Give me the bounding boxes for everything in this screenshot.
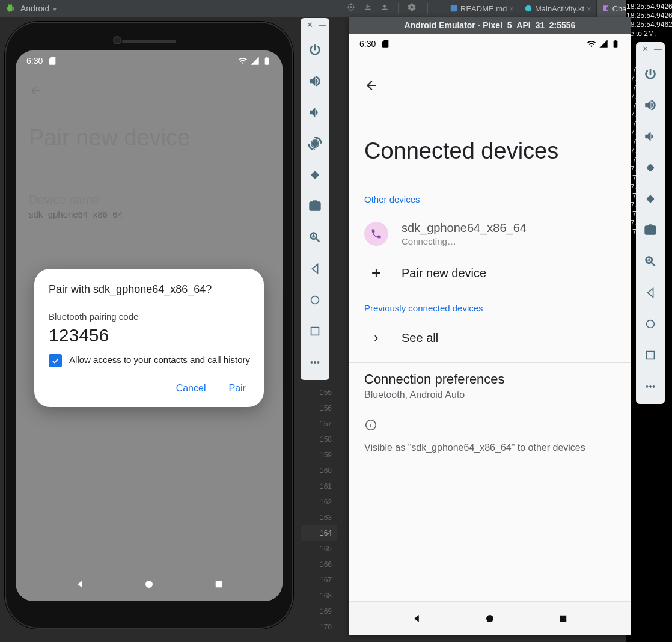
svg-point-18 — [650, 386, 652, 388]
svg-point-1 — [350, 7, 352, 8]
volume-up-button[interactable] — [304, 69, 326, 93]
target-dropdown-label: Android — [20, 4, 49, 13]
allow-contacts-label: Allow access to your contacts and call h… — [69, 354, 250, 366]
svg-point-12 — [317, 362, 319, 364]
device-name: sdk_gphone64_x86_64 — [402, 221, 615, 235]
volume-down-button[interactable] — [304, 100, 326, 124]
svg-point-15 — [647, 320, 655, 328]
close-icon[interactable]: × — [587, 4, 591, 13]
rotate-left-button[interactable] — [304, 132, 326, 156]
camera-button[interactable] — [640, 218, 661, 242]
svg-point-8 — [311, 296, 319, 304]
emulator-titlebar[interactable]: Android Emulator - Pixel_5_API_31_2:5556 — [349, 17, 631, 34]
volume-down-button[interactable] — [640, 124, 661, 148]
see-all-row[interactable]: › See all — [364, 322, 615, 354]
device-row[interactable]: sdk_gphone64_x86_64 Connecting… — [364, 213, 615, 255]
emulator-minimize-button[interactable]: — — [655, 46, 661, 52]
emulator-close-button[interactable]: ✕ — [307, 22, 313, 28]
info-icon — [364, 418, 377, 432]
editor-tab-label: MainActivity.kt — [535, 4, 584, 13]
nav-recents-button[interactable] — [304, 319, 326, 343]
svg-rect-14 — [647, 195, 655, 203]
svg-rect-22 — [560, 615, 567, 622]
page-title: Connected devices — [364, 138, 615, 164]
device-status: Connecting… — [402, 236, 615, 246]
zoom-in-button[interactable] — [304, 225, 326, 249]
system-navbar — [349, 601, 631, 635]
svg-point-4 — [145, 581, 153, 588]
visibility-text: Visible as "sdk_gphone64_x86_64" to othe… — [364, 442, 615, 453]
svg-point-10 — [311, 362, 313, 364]
editor-tab-mainactivity[interactable]: MainActivity.kt × — [519, 0, 597, 17]
phone-icon — [364, 222, 388, 246]
rotate-right-button[interactable] — [304, 163, 326, 187]
svg-point-3 — [525, 5, 532, 12]
pair-new-device-row[interactable]: + Pair new device — [364, 255, 615, 291]
zoom-in-button[interactable] — [640, 249, 661, 274]
wifi-icon — [587, 39, 596, 49]
connection-preferences-subtitle: Bluetooth, Android Auto — [364, 390, 615, 400]
system-navbar — [16, 567, 283, 601]
emulator-panel-right: ✕— — [636, 42, 665, 404]
emulator-close-button[interactable]: ✕ — [642, 46, 649, 52]
volume-up-button[interactable] — [640, 93, 661, 117]
signal-icon — [250, 56, 260, 66]
battery-icon — [611, 39, 620, 49]
toolbar-settings-icon[interactable] — [407, 2, 417, 14]
pairing-code-label: Bluetooth pairing code — [49, 311, 252, 322]
divider — [349, 362, 631, 363]
pair-button[interactable]: Pair — [226, 378, 248, 399]
more-button[interactable] — [640, 374, 661, 399]
nav-recents-button[interactable] — [640, 343, 661, 367]
nav-home-button[interactable] — [304, 288, 326, 312]
editor-tab-readme[interactable]: README.md × — [445, 0, 519, 17]
connection-preferences-row[interactable]: Connection preferences Bluetooth, Androi… — [364, 371, 615, 400]
nav-home-button[interactable] — [640, 312, 661, 336]
markdown-file-icon — [450, 4, 458, 13]
nav-back-icon[interactable] — [411, 613, 422, 624]
power-button[interactable] — [640, 62, 661, 86]
toolbar-upload-icon[interactable] — [380, 2, 389, 14]
emulator-minimize-button[interactable]: — — [319, 22, 326, 28]
kotlin-file-icon — [602, 4, 610, 13]
camera-button[interactable] — [304, 194, 326, 218]
nav-recents-icon[interactable] — [213, 579, 224, 590]
connection-preferences-title: Connection preferences — [364, 371, 615, 387]
nav-recents-icon[interactable] — [558, 613, 569, 624]
dialog-scrim[interactable]: Pair with sdk_gphone64_x86_64? Bluetooth… — [16, 50, 283, 601]
emulator-window-right: Android Emulator - Pixel_5_API_31_2:5556… — [349, 17, 631, 635]
nav-home-icon[interactable] — [484, 613, 495, 624]
more-button[interactable] — [304, 350, 326, 374]
nav-back-button[interactable] — [640, 281, 661, 305]
svg-point-21 — [486, 615, 493, 622]
see-all-label: See all — [402, 331, 615, 345]
editor-tab-label: README.md — [460, 4, 507, 13]
svg-rect-13 — [647, 164, 655, 172]
allow-contacts-checkbox[interactable] — [49, 354, 62, 367]
nav-back-button[interactable] — [304, 257, 326, 281]
cancel-button[interactable]: Cancel — [174, 378, 209, 399]
wifi-icon — [238, 56, 248, 66]
nav-back-icon[interactable] — [75, 579, 85, 590]
rotate-right-button[interactable] — [640, 187, 661, 211]
target-dropdown[interactable]: Android▼ — [20, 4, 58, 13]
svg-point-19 — [653, 386, 655, 388]
svg-rect-16 — [647, 352, 655, 359]
ide-toolbar: Android▼ README.md × MainActivity.kt × C… — [0, 0, 672, 17]
power-button[interactable] — [304, 38, 326, 62]
android-icon — [6, 4, 14, 13]
back-button[interactable] — [364, 79, 379, 96]
nav-home-icon[interactable] — [144, 579, 154, 590]
pairing-code-value: 123456 — [49, 325, 252, 346]
toolbar-download-icon[interactable] — [363, 2, 373, 14]
toolbar-target-icon[interactable] — [346, 2, 356, 14]
svg-rect-7 — [311, 171, 319, 179]
svg-rect-2 — [451, 5, 457, 12]
rotate-left-button[interactable] — [640, 156, 661, 180]
kotlin-file-icon — [524, 4, 533, 13]
close-icon[interactable]: × — [509, 4, 514, 13]
pairing-dialog: Pair with sdk_gphone64_x86_64? Bluetooth… — [34, 269, 264, 407]
svg-rect-9 — [311, 328, 319, 335]
connected-devices-page: Connected devices Other devices sdk_gpho… — [349, 54, 631, 601]
sdcard-icon — [380, 39, 390, 49]
